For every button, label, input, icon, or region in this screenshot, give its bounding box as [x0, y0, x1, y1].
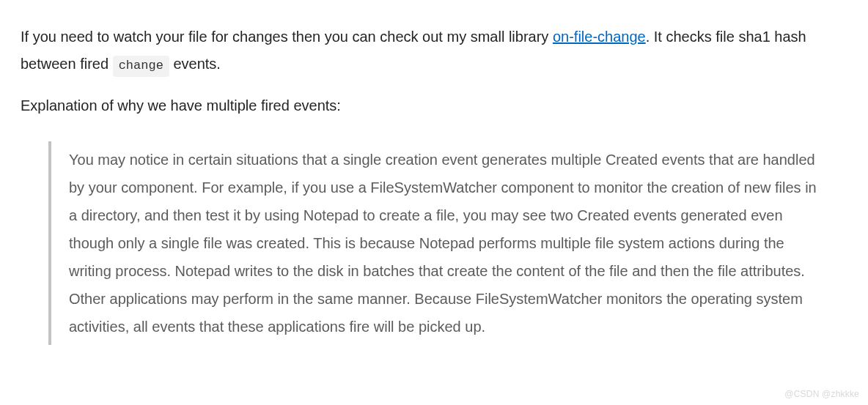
- watermark: @CSDN @zhkkke: [784, 389, 859, 399]
- blockquote: You may notice in certain situations tha…: [48, 141, 847, 345]
- code-change: change: [113, 56, 169, 77]
- intro-text-1: If you need to watch your file for chang…: [21, 29, 553, 45]
- on-file-change-link[interactable]: on-file-change: [553, 29, 646, 45]
- intro-paragraph: If you need to watch your file for chang…: [21, 23, 847, 78]
- explanation-heading: Explanation of why we have multiple fire…: [21, 92, 847, 119]
- intro-text-3: events.: [169, 56, 221, 72]
- article-content: If you need to watch your file for chang…: [0, 0, 868, 360]
- blockquote-text: You may notice in certain situations tha…: [69, 146, 825, 341]
